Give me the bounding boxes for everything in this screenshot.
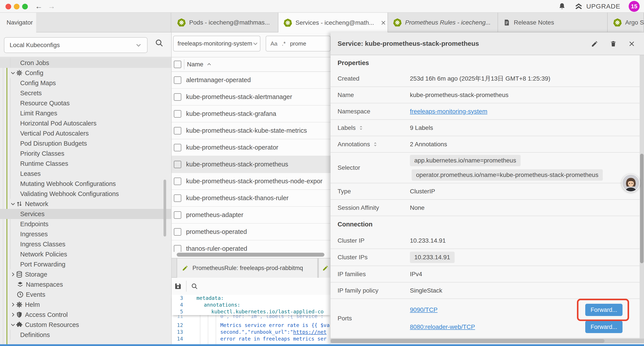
list-search-box[interactable]: Aa .* prome — [266, 36, 330, 51]
save-icon[interactable] — [174, 283, 182, 290]
window-close-button[interactable] — [6, 4, 11, 9]
chevron-down-icon[interactable] — [10, 322, 16, 328]
yaml-editor[interactable]: 3metadata:4annotations:5kubectl.kubernet… — [172, 295, 330, 344]
row-checkbox[interactable] — [174, 178, 181, 185]
row-checkbox[interactable] — [174, 228, 181, 236]
search-icon[interactable] — [155, 38, 164, 47]
upgrade-button[interactable]: UPGRADE — [574, 2, 620, 10]
sidebar-item-pod-disruption-budgets[interactable]: Pod Disruption Budgets — [0, 138, 171, 148]
match-case-toggle[interactable]: Aa — [270, 40, 278, 47]
notification-count-badge[interactable]: 15 — [629, 1, 640, 12]
sidebar-item-network-policies[interactable]: Network Policies — [0, 249, 171, 259]
sidebar-item-config-maps[interactable]: Config Maps — [0, 78, 171, 88]
table-row[interactable]: alertmanager-operated — [172, 72, 330, 89]
port-link[interactable]: 8080:reloader-web/TCP — [410, 324, 475, 331]
window-minimize-button[interactable] — [14, 4, 20, 9]
table-row[interactable]: thanos-ruler-operated — [172, 240, 330, 252]
sidebar-scrollbar[interactable] — [163, 58, 166, 344]
edit-pencil-icon[interactable] — [591, 40, 598, 47]
sidebar-item-network[interactable]: Network — [0, 199, 171, 209]
sidebar-item-priority-classes[interactable]: Priority Classes — [0, 148, 171, 159]
sidebar-item-ingress-classes[interactable]: Ingress Classes — [0, 239, 171, 249]
sidebar-item-limit-ranges[interactable]: Limit Ranges — [0, 108, 171, 118]
sidebar-item-mutating-webhook-configurations[interactable]: Mutating Webhook Configurations — [0, 179, 171, 189]
namespace-link[interactable]: freeleaps-monitoring-system — [410, 108, 487, 115]
sidebar-item-storage[interactable]: Storage — [0, 269, 171, 280]
trash-icon[interactable] — [610, 40, 617, 48]
row-checkbox[interactable] — [174, 76, 181, 84]
table-row[interactable]: prometheus-operated — [172, 224, 330, 240]
sort-updown-icon[interactable] — [373, 142, 378, 147]
chevron-right-icon[interactable] — [10, 302, 16, 308]
row-checkbox[interactable] — [174, 144, 181, 151]
drawer-horizontal-scrollbar[interactable] — [330, 339, 644, 343]
table-row[interactable]: kube-prometheus-stack-grafana — [172, 106, 330, 122]
tab-pods-icecheng-mathmas[interactable]: Pods - icecheng@mathmas... — [172, 13, 278, 32]
chevron-right-icon[interactable] — [10, 312, 16, 318]
sidebar-item-resource-quotas[interactable]: Resource Quotas — [0, 98, 171, 108]
table-row[interactable]: kube-prometheus-stack-operator — [172, 139, 330, 156]
tab-release-notes[interactable]: Release Notes — [498, 13, 608, 32]
chevron-right-icon[interactable] — [10, 272, 16, 277]
sidebar-item-runtime-classes[interactable]: Runtime Classes — [0, 159, 171, 169]
table-row[interactable]: kube-prometheus-stack-kube-state-metrics — [172, 122, 330, 139]
sidebar-item-custom-resources[interactable]: Custom Resources — [0, 320, 171, 330]
sidebar-item-services[interactable]: Services — [0, 209, 171, 219]
chevron-down-icon[interactable] — [10, 201, 16, 207]
sidebar-item-secrets[interactable]: Secrets — [0, 88, 171, 98]
row-checkbox[interactable] — [174, 127, 181, 134]
row-checkbox[interactable] — [174, 245, 181, 252]
row-checkbox[interactable] — [174, 93, 181, 101]
row-checkbox[interactable] — [174, 110, 181, 118]
drawer-vertical-scrollbar[interactable] — [640, 55, 644, 339]
sidebar-item-config[interactable]: Config — [0, 68, 171, 78]
sidebar-item-vertical-pod-autoscalers[interactable]: Vertical Pod Autoscalers — [0, 128, 171, 138]
tab-services-icecheng-math[interactable]: Services - icecheng@math... — [278, 13, 388, 33]
back-arrow-icon[interactable]: ← — [35, 2, 42, 10]
drawer-header: Service: kube-prometheus-stack-prometheu… — [330, 32, 644, 55]
editor-tab-partial[interactable] — [318, 258, 330, 278]
sidebar-item-definitions[interactable]: Definitions — [0, 330, 171, 340]
row-checkbox[interactable] — [174, 194, 181, 202]
table-row[interactable]: kube-prometheus-stack-thanos-ruler — [172, 190, 330, 207]
chevron-down-icon[interactable] — [10, 70, 16, 76]
sort-updown-icon[interactable] — [358, 125, 364, 130]
tab-prometheus-rules-icecheng[interactable]: Prometheus Rules - icecheng... — [388, 13, 498, 32]
table-row[interactable]: kube-prometheus-stack-prometheus — [172, 156, 330, 173]
table-row[interactable]: kube-prometheus-stack-prometheus-node-ex… — [172, 173, 330, 190]
forward-arrow-icon[interactable]: → — [48, 2, 55, 10]
select-all-checkbox[interactable] — [174, 61, 181, 68]
sidebar-item-leases[interactable]: Leases — [0, 169, 171, 179]
tab-close-icon[interactable] — [380, 20, 386, 26]
navigator-panel-tab[interactable]: Navigator — [0, 13, 36, 32]
sidebar-item-validating-webhook-configurations[interactable]: Validating Webhook Configurations — [0, 189, 171, 199]
row-checkbox[interactable] — [174, 161, 181, 168]
sidebar-item-namespaces[interactable]: Namespaces — [0, 280, 171, 290]
namespace-filter-select[interactable]: freeleaps-monitoring-system — [173, 36, 260, 51]
sidebar-item-horizontal-pod-autoscalers[interactable]: Horizontal Pod Autoscalers — [0, 118, 171, 128]
sidebar-item-endpoints[interactable]: Endpoints — [0, 219, 171, 229]
search-icon[interactable] — [191, 283, 198, 290]
sidebar-item-access-control[interactable]: Access Control — [0, 310, 171, 320]
forward-button[interactable]: Forward... — [585, 321, 622, 333]
table-row[interactable]: kube-prometheus-stack-alertmanager — [172, 89, 330, 106]
notifications-bell-icon[interactable] — [558, 2, 566, 10]
regex-toggle[interactable]: .* — [282, 40, 286, 47]
window-zoom-button[interactable] — [22, 4, 28, 9]
row-checkbox[interactable] — [174, 211, 181, 219]
name-column-header[interactable]: Name — [187, 61, 204, 68]
sidebar-item-ingresses[interactable]: Ingresses — [0, 229, 171, 239]
sidebar-item-cron-jobs[interactable]: Cron Jobs — [0, 58, 171, 68]
kubeconfig-selector[interactable]: Local Kubeconfigs — [4, 37, 148, 53]
editor-tab-prometheusrule[interactable]: PrometheusRule: freeleaps-prod-rabbitmq — [177, 258, 318, 278]
tab-argo-se[interactable]: Argo Se — [608, 13, 644, 32]
forward-button[interactable]: Forward... — [585, 304, 622, 316]
port-link[interactable]: 9090/TCP — [410, 306, 438, 313]
search-input[interactable]: prome — [290, 40, 306, 47]
sidebar-item-events[interactable]: Events — [0, 290, 171, 300]
table-row[interactable]: prometheus-adapter — [172, 207, 330, 224]
sidebar-item-helm[interactable]: Helm — [0, 300, 171, 310]
horizontal-scrollbar[interactable] — [177, 253, 324, 257]
close-icon[interactable] — [628, 40, 635, 47]
sidebar-item-port-forwarding[interactable]: Port Forwarding — [0, 259, 171, 269]
